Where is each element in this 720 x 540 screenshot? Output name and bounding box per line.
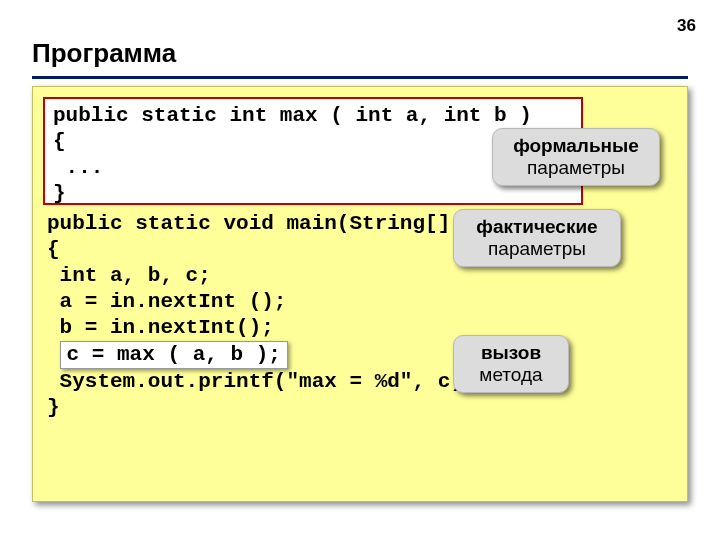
code-line: a = in.nextInt (); <box>47 289 526 315</box>
page-number: 36 <box>677 16 696 36</box>
code-line: public static int max ( int a, int b ) <box>53 103 573 129</box>
code-line: } <box>53 181 573 207</box>
callout-bold: вызов <box>481 342 541 363</box>
title-underline <box>32 76 688 79</box>
callout-text: метода <box>479 364 542 385</box>
callout-text: параметры <box>488 238 586 259</box>
method-call-highlight: c = max ( a, b ); <box>60 341 288 369</box>
callout-formal-params: формальные параметры <box>492 128 660 186</box>
callout-method-call: вызов метода <box>453 335 569 393</box>
code-line: b = in.nextInt(); <box>47 315 526 341</box>
code-line: int a, b, c; <box>47 263 526 289</box>
callout-bold: формальные <box>513 135 639 156</box>
callout-actual-params: фактические параметры <box>453 209 621 267</box>
code-line: } <box>47 395 526 421</box>
callout-bold: фактические <box>476 216 597 237</box>
callout-text: параметры <box>527 157 625 178</box>
indent <box>47 343 60 366</box>
slide-title: Программа <box>32 38 176 69</box>
